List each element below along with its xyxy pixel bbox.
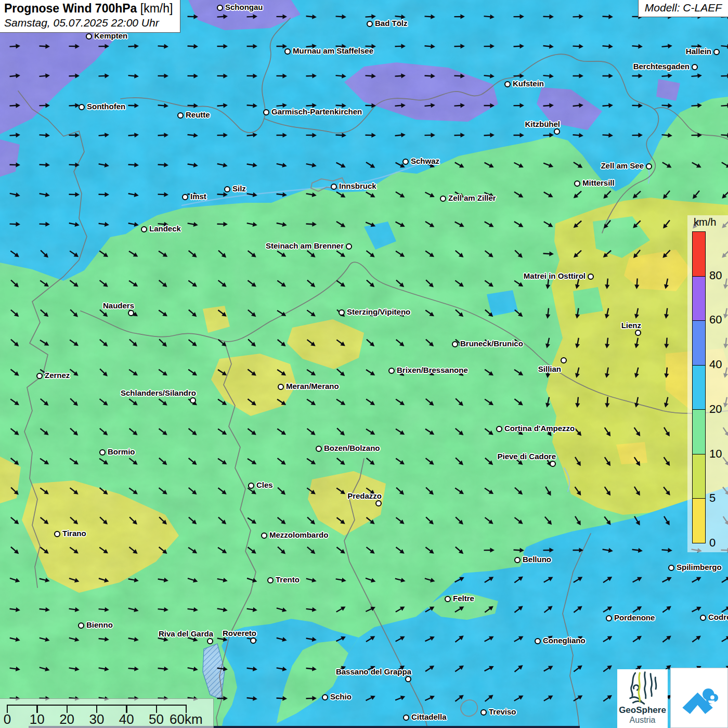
- wind-arrow: [720, 160, 728, 170]
- wind-arrow: [98, 426, 110, 437]
- wind-arrow: [246, 576, 258, 584]
- wind-arrow: [513, 604, 525, 615]
- wind-arrow: [454, 133, 465, 138]
- wind-arrow: [128, 515, 139, 526]
- wind-arrow: [691, 605, 702, 614]
- wind-arrow: [217, 337, 228, 348]
- wind-arrow: [306, 545, 317, 555]
- wind-arrow: [394, 634, 406, 644]
- wind-arrow: [513, 634, 524, 644]
- legend-tick-label: 40: [709, 358, 722, 371]
- wind-arrow: [9, 606, 21, 613]
- wind-arrow: [276, 368, 288, 378]
- wind-arrow: [306, 636, 317, 642]
- scale-label: 10: [30, 711, 45, 727]
- wind-arrow: [633, 337, 640, 349]
- wind-arrow: [573, 486, 583, 497]
- wind-arrow: [661, 73, 672, 79]
- wind-arrow: [394, 220, 406, 229]
- wind-arrow: [246, 14, 257, 19]
- wind-arrow: [335, 456, 347, 466]
- wind-arrow: [335, 694, 346, 702]
- wind-arrow: [335, 103, 346, 108]
- wind-arrow: [306, 486, 317, 497]
- wind-arrow: [632, 73, 643, 78]
- wind-arrow: [246, 279, 258, 289]
- wind-arrow: [484, 456, 495, 466]
- wind-arrow: [602, 103, 613, 109]
- wind-arrow: [158, 577, 169, 583]
- wind-arrow: [424, 161, 435, 170]
- wind-arrow: [395, 516, 406, 526]
- wind-arrow: [395, 73, 406, 79]
- wind-arrow: [573, 456, 583, 467]
- wind-arrow: [663, 278, 670, 290]
- wind-arrow: [9, 191, 21, 198]
- wind-arrow: [484, 368, 495, 378]
- wind-arrow: [721, 103, 728, 109]
- wind-arrow: [128, 606, 139, 613]
- wind-arrow: [217, 133, 228, 138]
- wind-arrow: [39, 486, 50, 497]
- wind-arrow: [602, 219, 612, 230]
- wind-arrow: [98, 545, 110, 555]
- wind-arrow: [633, 397, 640, 408]
- wind-arrow: [543, 133, 554, 138]
- wind-arrow: [543, 73, 554, 79]
- wind-arrow: [662, 486, 672, 497]
- wind-arrow: [483, 664, 495, 673]
- legend-tick-label: 0: [709, 536, 716, 550]
- wind-arrow: [39, 635, 50, 643]
- wind-arrow: [602, 73, 613, 78]
- wind-arrow: [691, 44, 702, 49]
- wind-arrow: [276, 515, 288, 526]
- wind-arrow: [365, 103, 376, 108]
- wind-arrow: [128, 191, 139, 198]
- wind-arrow: [664, 367, 669, 378]
- wind-arrow: [335, 308, 346, 319]
- wind-arrow: [276, 44, 287, 48]
- wind-arrow: [246, 162, 258, 168]
- wind-arrow: [483, 575, 495, 584]
- wind-arrow: [187, 103, 198, 108]
- wind-arrow: [276, 545, 287, 556]
- wind-arrow: [128, 577, 139, 583]
- wind-arrow: [395, 278, 406, 289]
- wind-arrow: [9, 576, 21, 584]
- wind-arrow: [483, 634, 495, 644]
- wind-arrow: [158, 368, 169, 378]
- wind-arrow: [602, 604, 614, 614]
- legend-bar: [692, 231, 706, 543]
- wind-arrow: [661, 634, 673, 644]
- wind-arrow: [276, 696, 287, 701]
- wind-arrow: [187, 515, 198, 526]
- legend-segment: [693, 454, 705, 499]
- wind-arrow: [306, 576, 317, 583]
- wind-arrow: [632, 634, 643, 644]
- wind-arrow: [513, 219, 524, 229]
- wind-arrow: [395, 14, 406, 19]
- wind-arrow: [575, 397, 580, 408]
- wind-arrow: [158, 249, 169, 259]
- wind-arrow: [395, 545, 406, 556]
- wind-arrow: [632, 133, 643, 138]
- wind-arrow: [217, 545, 228, 555]
- wind-arrow: [187, 576, 199, 584]
- wind-arrow: [454, 103, 465, 108]
- wind-arrow: [276, 666, 288, 672]
- wind-arrow: [484, 308, 495, 318]
- wind-arrow: [158, 222, 168, 227]
- wind-arrow: [39, 44, 50, 49]
- wind-arrow: [543, 14, 554, 19]
- wind-arrow: [483, 190, 495, 199]
- wind-arrow: [454, 634, 465, 644]
- wind-arrow: [98, 515, 109, 526]
- wind-arrow: [484, 548, 495, 552]
- wind-arrow: [691, 634, 703, 644]
- wind-arrow-layer: [0, 0, 728, 728]
- wind-arrow: [424, 337, 435, 348]
- wind-arrow: [217, 192, 228, 197]
- wind-arrow: [664, 337, 670, 348]
- wind-arrow: [187, 397, 199, 407]
- wind-arrow: [9, 337, 20, 348]
